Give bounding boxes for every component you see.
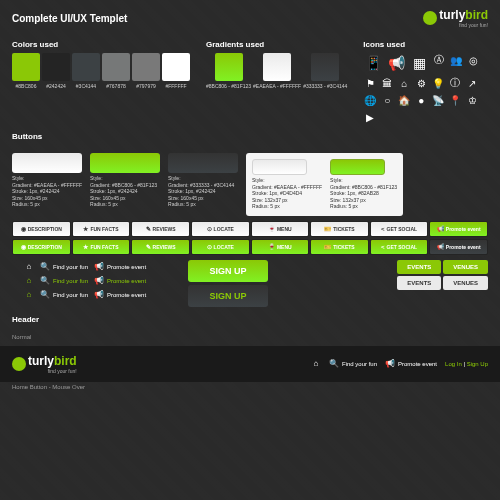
dot-icon: ● bbox=[414, 93, 428, 107]
header-home-button[interactable]: ⌂ bbox=[311, 359, 321, 369]
page-title: Complete UI/UX Templet bbox=[12, 13, 127, 24]
gradient-label: #8BC806 - #81F123 bbox=[206, 83, 251, 89]
promote-button-active[interactable]: 📢Promote event bbox=[94, 290, 146, 300]
color-label: #FFFFFF bbox=[165, 83, 186, 89]
flag-icon: ⚑ bbox=[363, 76, 377, 90]
gradient-swatch bbox=[263, 53, 291, 81]
color-swatch bbox=[132, 53, 160, 81]
nav-reviews[interactable]: ✎REVIEWS bbox=[131, 221, 190, 237]
nav-reviews-hover[interactable]: ✎REVIEWS bbox=[131, 239, 190, 255]
tab-events-active[interactable]: EVENTS bbox=[397, 260, 441, 274]
color-label: #242424 bbox=[46, 83, 65, 89]
gradient-label: #333333 - #3C4144 bbox=[303, 83, 347, 89]
tab-events[interactable]: EVENTS bbox=[397, 276, 441, 290]
rss-icon: 📡 bbox=[431, 93, 445, 107]
button-sample-light-green[interactable] bbox=[330, 159, 385, 175]
nav-menu-hover[interactable]: 🍷MENU bbox=[251, 239, 310, 255]
icons-heading: Icons used bbox=[363, 40, 483, 49]
target-icon: ◎ bbox=[466, 53, 480, 67]
color-swatch bbox=[162, 53, 190, 81]
button-sample-dark[interactable] bbox=[168, 153, 238, 173]
nav-fun-facts[interactable]: ★FUN FACTS bbox=[72, 221, 131, 237]
bird-icon bbox=[12, 357, 26, 371]
brand-logo: turlybird find your fun! bbox=[423, 8, 488, 28]
share-icon: ↗ bbox=[465, 76, 479, 90]
home-button-hover[interactable]: ⌂ bbox=[24, 276, 34, 286]
header-logo[interactable]: turlybirdfind your fun! bbox=[12, 354, 77, 374]
nav-get-social[interactable]: <GET SOCIAL bbox=[370, 221, 429, 237]
phone-icon: 📱 bbox=[363, 53, 383, 73]
nav-tickets[interactable]: 🎫TICKETS bbox=[310, 221, 369, 237]
header-find-button[interactable]: 🔍Find your fun bbox=[329, 359, 377, 369]
nav-promote-event[interactable]: 📢Promote event bbox=[429, 221, 488, 237]
find-fun-button[interactable]: 🔍Find your fun bbox=[40, 262, 88, 272]
color-swatch bbox=[12, 53, 40, 81]
login-link[interactable]: Log In bbox=[445, 361, 462, 367]
layout-icon: ▦ bbox=[409, 53, 429, 73]
find-fun-button-hover[interactable]: 🔍Find your fun bbox=[40, 276, 88, 286]
compass-icon: Ⓐ bbox=[432, 53, 446, 67]
find-fun-button-active[interactable]: 🔍Find your fun bbox=[40, 290, 88, 300]
color-label: #797979 bbox=[136, 83, 155, 89]
crown-icon: ♔ bbox=[465, 93, 479, 107]
nav-description[interactable]: ◉DESCRIPTION bbox=[12, 221, 71, 237]
gear-icon: ⚙ bbox=[414, 76, 428, 90]
nav-menu[interactable]: 🍷MENU bbox=[251, 221, 310, 237]
home-button-active[interactable]: ⌂ bbox=[24, 290, 34, 300]
bird-icon bbox=[423, 11, 437, 25]
buttons-heading: Buttons bbox=[12, 132, 488, 141]
megaphone-icon: 📢 bbox=[386, 53, 406, 73]
normal-label: Normal bbox=[0, 332, 500, 342]
color-swatch bbox=[42, 53, 70, 81]
home-mouseover-label: Home Button - Mouse Over bbox=[0, 382, 500, 392]
play-icon: ▶ bbox=[363, 110, 377, 124]
pin-icon: 📍 bbox=[448, 93, 462, 107]
home-button[interactable]: ⌂ bbox=[24, 262, 34, 272]
world-icon: 🌐 bbox=[363, 93, 377, 107]
gradient-swatch bbox=[215, 53, 243, 81]
color-swatch bbox=[72, 53, 100, 81]
signup-button-dark[interactable]: SIGN UP bbox=[188, 285, 268, 307]
info-icon: ⓘ bbox=[448, 76, 462, 90]
gradients-heading: Gradients used bbox=[206, 40, 347, 49]
color-label: #3C4144 bbox=[76, 83, 96, 89]
nav-description-hover[interactable]: ◉DESCRIPTION bbox=[12, 239, 71, 255]
nav-locate[interactable]: ⊙LOCATE bbox=[191, 221, 250, 237]
nav-promote-event-hover[interactable]: 📢Promote event bbox=[429, 239, 488, 255]
color-label: #8BC806 bbox=[16, 83, 37, 89]
color-label: #767878 bbox=[106, 83, 125, 89]
header-heading: Header bbox=[12, 315, 488, 324]
circle-icon: ○ bbox=[380, 93, 394, 107]
gradient-swatch bbox=[311, 53, 339, 81]
home-icon: ⌂ bbox=[397, 76, 411, 90]
promote-button-hover[interactable]: 📢Promote event bbox=[94, 276, 146, 286]
color-swatch bbox=[102, 53, 130, 81]
header-promote-button[interactable]: 📢Promote event bbox=[385, 359, 437, 369]
button-sample-light-white[interactable] bbox=[252, 159, 307, 175]
signup-button-green[interactable]: SIGN UP bbox=[188, 260, 268, 282]
people-icon: 👥 bbox=[449, 53, 463, 67]
icon-grid: 📱 📢 ▦ Ⓐ 👥 ◎ ⚑ 🏛 ⌂ ⚙ 💡 ⓘ ↗ 🌐 ○ 🏠 ● 📡 📍 ♔ bbox=[363, 53, 483, 124]
button-sample-white[interactable] bbox=[12, 153, 82, 173]
button-sample-green[interactable] bbox=[90, 153, 160, 173]
tab-venues[interactable]: VENUES bbox=[443, 276, 488, 290]
nav-tickets-hover[interactable]: 🎫TICKETS bbox=[310, 239, 369, 255]
promote-button[interactable]: 📢Promote event bbox=[94, 262, 146, 272]
building-icon: 🏛 bbox=[380, 76, 394, 90]
gradient-label: #EAEAEA - #FFFFFF bbox=[253, 83, 301, 89]
bulb-icon: 💡 bbox=[431, 76, 445, 90]
nav-fun-facts-hover[interactable]: ★FUN FACTS bbox=[72, 239, 131, 255]
signup-link[interactable]: Sign Up bbox=[467, 361, 488, 367]
home2-icon: 🏠 bbox=[397, 93, 411, 107]
nav-get-social-hover[interactable]: <GET SOCIAL bbox=[370, 239, 429, 255]
nav-locate-hover[interactable]: ⊙LOCATE bbox=[191, 239, 250, 255]
tab-venues-active[interactable]: VENUES bbox=[443, 260, 488, 274]
colors-heading: Colors used bbox=[12, 40, 190, 49]
